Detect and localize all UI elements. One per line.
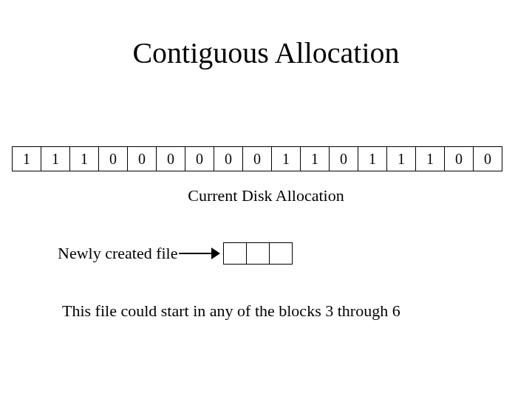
disk-block: 1	[386, 146, 416, 171]
new-file-label: Newly created file	[58, 244, 177, 263]
disk-block: 1	[41, 146, 70, 171]
disk-block: 1	[358, 146, 387, 171]
disk-block: 0	[242, 146, 272, 171]
disk-block: 0	[98, 146, 128, 171]
placement-note: This file could start in any of the bloc…	[62, 301, 400, 321]
disk-block: 0	[185, 146, 214, 171]
new-file-block	[223, 242, 247, 265]
disk-block: 1	[271, 146, 301, 171]
new-file-block	[269, 242, 293, 265]
new-file-blocks	[223, 242, 293, 265]
disk-bitmap-row: 11100000011011100	[12, 146, 502, 171]
disk-block: 1	[415, 146, 445, 171]
arrow-right-icon	[179, 246, 220, 261]
disk-block: 0	[329, 146, 358, 171]
disk-block: 0	[444, 146, 474, 171]
page-title: Contiguous Allocation	[0, 35, 532, 70]
disk-block: 0	[127, 146, 157, 171]
bitmap-caption: Current Disk Allocation	[0, 186, 532, 205]
new-file-block	[246, 242, 270, 265]
disk-block: 1	[12, 146, 41, 171]
disk-block: 1	[69, 146, 99, 171]
disk-block: 0	[214, 146, 243, 171]
disk-block: 1	[300, 146, 330, 171]
disk-block: 0	[473, 146, 502, 171]
new-file-row: Newly created file	[58, 242, 293, 265]
disk-block: 0	[156, 146, 185, 171]
